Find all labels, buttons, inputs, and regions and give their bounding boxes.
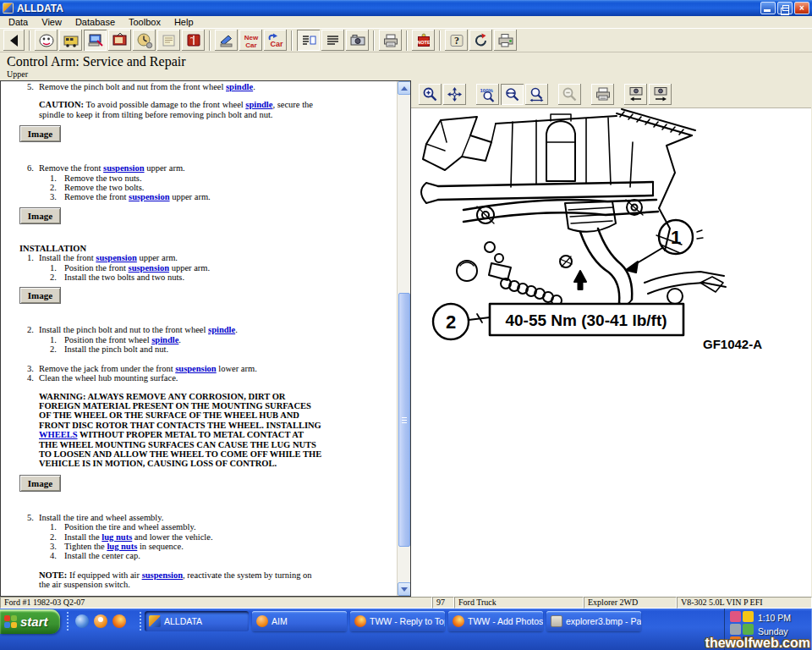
doc-link[interactable]: spindle — [151, 335, 178, 344]
tv-button[interactable] — [108, 30, 131, 51]
next-image-button[interactable] — [649, 84, 672, 105]
taskband-handle[interactable] — [140, 612, 143, 631]
refresh-button[interactable] — [469, 30, 492, 51]
start-label: start — [20, 614, 48, 629]
help-key-icon: ? — [448, 32, 465, 49]
menu-data[interactable]: Data — [2, 16, 35, 29]
task-aim[interactable]: AIM — [252, 611, 347, 631]
task-tww-add-photos[interactable]: TWW - Add Photos - ... — [448, 611, 543, 631]
scroll-down-button[interactable] — [398, 582, 411, 596]
bus-button[interactable] — [59, 30, 82, 51]
tools-button[interactable] — [215, 30, 238, 51]
tray-icon[interactable] — [730, 624, 741, 635]
main-toolbar: NewCar Car NOTE ? — [0, 29, 812, 52]
menu-database[interactable]: Database — [69, 16, 122, 29]
printer-icon — [382, 32, 399, 49]
doc-link[interactable]: spindle — [245, 100, 272, 109]
restore-button[interactable] — [777, 2, 793, 14]
status-year: 97 — [432, 597, 454, 609]
zoom-100-button[interactable]: 100% — [476, 84, 499, 105]
windows-flag-icon — [4, 615, 17, 628]
launch-firefox-icon[interactable] — [112, 614, 126, 628]
suspension-diagram: 1 2 40-55 Nm (30-41 lb/ft) GF1042-A — [411, 108, 811, 597]
library-button[interactable] — [182, 30, 205, 51]
notes-stamp-button[interactable]: NOTE — [412, 30, 435, 51]
quick-launch-handle[interactable] — [67, 612, 70, 631]
page-subtitle: Upper — [7, 69, 805, 80]
task-tww-reply[interactable]: TWW - Reply to Topic... — [350, 611, 445, 631]
task-alldata[interactable]: ALLDATA — [145, 611, 249, 631]
prev-image-button[interactable] — [624, 84, 647, 105]
help-button[interactable]: ? — [445, 30, 468, 51]
prev-image-icon — [628, 85, 645, 102]
tray-icon[interactable] — [730, 611, 741, 622]
doc-substep: 3.Remove the front suspension upper arm. — [50, 192, 397, 201]
minimize-button[interactable] — [760, 2, 776, 14]
task-paint[interactable]: explorer3.bmp - Paint — [546, 611, 641, 631]
text-only-icon — [325, 32, 342, 49]
fax-icon — [497, 32, 514, 49]
zoom-in-button[interactable] — [419, 84, 442, 105]
image-button[interactable]: Image — [19, 475, 61, 492]
zoom-out-button-disabled — [558, 84, 581, 105]
image-button[interactable]: Image — [19, 287, 61, 304]
zoom-fit-button[interactable] — [501, 84, 524, 105]
pan-button[interactable] — [443, 84, 466, 105]
doc-link[interactable]: lug nuts — [107, 542, 137, 551]
print-button[interactable] — [379, 30, 402, 51]
menu-toolbox[interactable]: Toolbox — [122, 16, 167, 29]
doc-step: 3.Remove the jack from under the front s… — [27, 364, 397, 373]
image-toolbar: 100% — [411, 80, 811, 108]
doc-link[interactable]: suspension — [142, 570, 183, 580]
svg-text:NOTE: NOTE — [417, 39, 431, 44]
doc-link[interactable]: suspension — [103, 163, 144, 173]
fax-button[interactable] — [494, 30, 517, 51]
back-button[interactable] — [3, 30, 25, 51]
launch-browser-icon[interactable] — [75, 614, 89, 628]
doc-link[interactable]: lug nuts — [102, 532, 132, 542]
close-button[interactable]: × — [794, 2, 809, 14]
print-image-button[interactable] — [591, 84, 614, 105]
status-engine: V8-302 5.0L VIN P EFI — [677, 597, 812, 609]
tray-icon[interactable] — [743, 624, 754, 635]
text-view-button[interactable] — [321, 30, 344, 51]
doc-step: 5.Install the tire and wheel assembly. — [27, 513, 397, 522]
menu-view[interactable]: View — [35, 16, 69, 29]
vehicle-icon — [38, 32, 55, 49]
svg-text:New: New — [244, 34, 258, 41]
note-stamp-icon: NOTE — [415, 32, 432, 49]
schedule-button[interactable] — [133, 30, 156, 51]
doc-link[interactable]: spindle — [226, 82, 253, 91]
firefox-task-icon — [453, 615, 464, 627]
repair-info-button[interactable] — [84, 30, 107, 51]
split-view-button[interactable] — [297, 30, 320, 51]
scroll-up-button[interactable] — [398, 81, 411, 95]
vehicle-select-button[interactable] — [35, 30, 58, 51]
zoom-width-button[interactable] — [525, 84, 548, 105]
zoom-100-icon: 100% — [480, 86, 496, 102]
article-scrollbar[interactable] — [397, 81, 410, 596]
menu-help[interactable]: Help — [167, 16, 200, 29]
doc-link[interactable]: suspension — [96, 253, 136, 262]
status-bar: Ford #1 1982-03 Q2-07 97 Ford Truck Expl… — [0, 597, 812, 609]
doc-substep: 2.Remove the two bolts. — [50, 183, 397, 192]
notepad-button[interactable] — [157, 30, 180, 51]
tray-icon[interactable] — [743, 611, 754, 622]
svg-text:?: ? — [454, 35, 459, 47]
scroll-thumb[interactable] — [398, 293, 410, 547]
doc-link[interactable]: suspension — [175, 364, 216, 373]
doc-link[interactable]: WHEELS — [39, 430, 78, 439]
image-view-button[interactable] — [346, 30, 369, 51]
new-car-button[interactable]: NewCar — [239, 30, 262, 51]
car-history-button[interactable]: Car — [264, 30, 287, 51]
doc-link[interactable]: spindle — [208, 325, 235, 334]
image-button[interactable]: Image — [19, 125, 61, 142]
doc-link[interactable]: suspension — [129, 263, 169, 273]
doc-substep: 4.Install the center cap. — [50, 551, 397, 560]
doc-paragraph: NOTE: If equipped with air suspension, r… — [39, 570, 324, 590]
launch-aim-icon[interactable] — [94, 614, 107, 628]
image-button[interactable]: Image — [19, 207, 61, 224]
status-make: Ford Truck — [454, 597, 584, 609]
start-button[interactable]: start — [0, 609, 60, 634]
doc-link[interactable]: suspension — [129, 192, 169, 201]
